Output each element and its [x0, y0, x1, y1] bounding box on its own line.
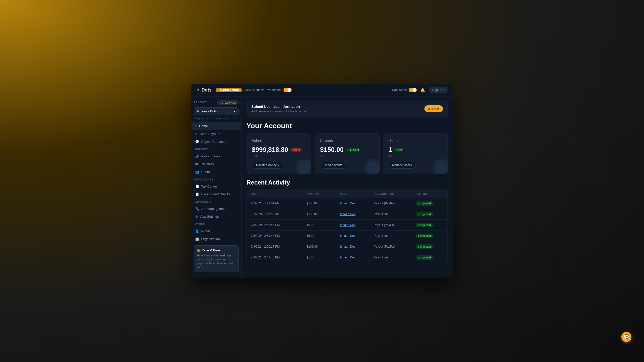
cell-amount-4: $102.00	[307, 245, 340, 248]
cell-user-3[interactable]: Ishaan Dev	[340, 234, 374, 238]
users-icon: 👥	[195, 170, 199, 174]
organization-icon: 🏢	[195, 237, 199, 241]
api-management-icon: 🔧	[195, 207, 199, 211]
users-decoration	[432, 159, 448, 174]
cell-amount-2: $5.00	[307, 223, 340, 227]
tax-center-icon: 📄	[195, 185, 199, 188]
cell-user-0[interactable]: Ishaan Dev	[340, 202, 374, 205]
sidebar-item-home[interactable]: ⌂ Home	[191, 122, 241, 130]
home-icon: ⌂	[195, 124, 197, 128]
users-badge: ↑ 0%	[394, 148, 404, 152]
sidebar-item-payout-requests[interactable]: 💬 Payout Requests	[191, 138, 241, 146]
logo-icon: ✦	[196, 87, 200, 93]
sandbox-badge: SANDBOX MODE	[216, 88, 242, 92]
cell-description-4: Payout (PayPal)	[374, 245, 416, 248]
activity-table: DATE AMOUNT USER DESCRIPTION STATUS 9/2/…	[247, 190, 448, 263]
cell-amount-3: $5.00	[307, 234, 340, 238]
main-layout: PROJECT + Create New Ishaan's Dots ▾ Org…	[191, 97, 453, 279]
sidebar-item-tax-center[interactable]: 📄 Tax Center	[191, 183, 241, 190]
page-title: Your Account	[242, 117, 453, 133]
balance-card: Balance $999,818.80 -156% 30d Transfer M…	[247, 133, 311, 174]
logo-text: Dots	[202, 87, 212, 93]
manage-users-button[interactable]: Manage Users	[388, 162, 416, 169]
cell-date-1: 9/2/2024, 1:29:00 AM	[251, 212, 307, 216]
refer-text: Have friends that need help connecting t…	[197, 254, 235, 269]
start-icon: ●	[437, 107, 439, 111]
col-description: DESCRIPTION	[374, 192, 416, 195]
profile-icon: 👤	[195, 229, 199, 233]
users-value: 1 ↑ 0%	[388, 146, 442, 154]
cell-date-2: 7/9/2024, 2:51:56 PM	[251, 223, 307, 227]
table-row: 7/9/2024, 2:50:17 PM $102.00 Ishaan Dev …	[247, 241, 448, 252]
sidebar-item-app-settings[interactable]: ⚙ App Settings	[191, 213, 241, 220]
balance-badge: -156%	[290, 148, 302, 152]
cell-user-2[interactable]: Ishaan Dev	[340, 223, 374, 227]
create-new-button[interactable]: + Create New	[217, 100, 239, 105]
payouts-value: $150.00 ↑ 837.5%	[320, 146, 374, 154]
advanced-section-label: ADVANCED	[191, 198, 241, 205]
notification-bell-icon[interactable]: 🔔	[420, 88, 425, 93]
background-checks-icon: 📋	[195, 192, 199, 196]
payout-requests-icon: 💬	[195, 140, 199, 144]
table-row: 9/2/2024, 1:29:01 AM $150.00 Ishaan Dev …	[247, 198, 448, 209]
sidebar-item-transfers[interactable]: ⇄ Transfers	[191, 160, 241, 168]
sidebar: PROJECT + Create New Ishaan's Dots ▾ Org…	[191, 97, 242, 279]
project-selector[interactable]: Ishaan's Dots ▾	[194, 107, 239, 115]
info-banner: Submit business information Add business…	[247, 101, 448, 117]
sidebar-item-api-management[interactable]: 🔧 API Management	[191, 205, 241, 213]
cell-status-1: completed	[416, 212, 444, 216]
sidebar-item-background-checks[interactable]: 📋 Background Checks	[191, 190, 241, 198]
payouts-card: Payouts $150.00 ↑ 837.5% 30d Send payout…	[315, 133, 379, 174]
logo: ✦ Dots	[196, 87, 212, 93]
org-label: Organization: Ishaan's Dots	[191, 117, 241, 122]
chevron-down-icon: ▾	[234, 109, 235, 113]
balance-value: $999,818.80 -156%	[252, 146, 306, 154]
sandbox-env-label: View Sandbox Environment	[245, 88, 281, 92]
cell-status-0: completed	[416, 201, 444, 206]
sidebar-item-profile[interactable]: 👤 Profile	[191, 227, 241, 235]
cell-user-1[interactable]: Ishaan Dev	[340, 212, 374, 216]
payouts-decoration	[364, 159, 380, 174]
users-card: Users 1 ↑ 0% 30d Manage Users	[383, 133, 448, 174]
send-payouts-icon: ▷	[195, 132, 198, 136]
fab-button[interactable]: 💬	[621, 332, 631, 342]
balance-decoration	[296, 159, 311, 174]
table-row: 7/9/2024, 2:48:46 PM $1.00 Ishaan Dev Pa…	[247, 252, 448, 263]
cell-description-3: Payout link	[374, 234, 416, 238]
fab-icon: 💬	[624, 334, 629, 340]
send-payouts-button[interactable]: Send payouts	[320, 162, 346, 169]
payouts-period: 30d	[320, 155, 374, 158]
cell-date-5: 7/9/2024, 2:48:46 PM	[251, 256, 307, 259]
project-header: PROJECT + Create New	[191, 100, 241, 107]
table-row: 7/9/2024, 2:50:48 PM $5.00 Ishaan Dev Pa…	[247, 231, 448, 241]
cell-status-4: completed	[416, 244, 444, 249]
dark-mode-toggle[interactable]	[409, 88, 417, 92]
sidebar-item-send-payouts[interactable]: ▷ Send Payouts	[191, 130, 241, 138]
col-user: USER	[340, 192, 374, 195]
banner-subtitle: Add business information to this tenant …	[251, 110, 310, 113]
transfer-money-button[interactable]: Transfer Money ▾	[252, 162, 283, 169]
sidebar-item-payout-links[interactable]: 🔗 Payout Links	[191, 152, 241, 160]
cell-amount-5: $1.00	[307, 256, 340, 259]
table-row: 7/9/2024, 2:51:56 PM $5.00 Ishaan Dev Pa…	[247, 220, 448, 231]
logout-icon: ⊙	[442, 88, 445, 92]
activity-rows: 9/2/2024, 1:29:01 AM $150.00 Ishaan Dev …	[247, 198, 448, 263]
table-row: 9/2/2024, 1:29:00 AM $150.00 Ishaan Dev …	[247, 209, 448, 220]
cell-date-3: 7/9/2024, 2:50:48 PM	[251, 234, 307, 238]
logout-button[interactable]: Logout ⊙	[429, 87, 448, 93]
cell-user-5[interactable]: Ishaan Dev	[340, 256, 374, 259]
banner-title: Submit business information	[251, 105, 310, 109]
cell-description-2: Payout (PayPal)	[374, 223, 416, 227]
cell-user-4[interactable]: Ishaan Dev	[340, 245, 374, 248]
dark-mode-label: Dark Mode	[392, 88, 407, 92]
sidebar-item-organization[interactable]: 🏢 Organization	[191, 235, 241, 243]
cell-description-1: Payout link	[374, 212, 416, 216]
cell-status-2: completed	[416, 223, 444, 227]
info-banner-text: Submit business information Add business…	[251, 105, 310, 113]
sidebar-item-users[interactable]: 👥 Users	[191, 168, 241, 176]
start-button[interactable]: Start ●	[424, 105, 443, 112]
sandbox-toggle[interactable]	[284, 88, 292, 92]
balance-label: Balance	[252, 139, 306, 143]
project-section-label: PROJECT	[194, 101, 207, 104]
col-date: DATE	[251, 192, 307, 195]
